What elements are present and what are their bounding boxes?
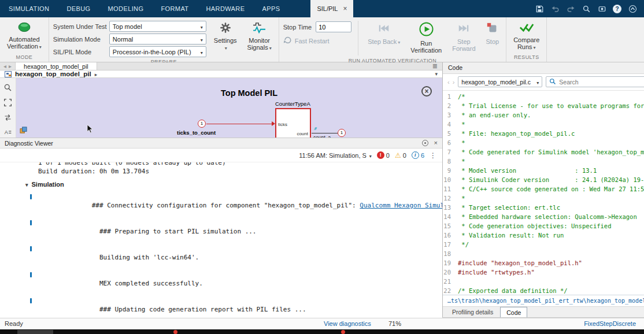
prepare-row-dropdown[interactable]: Processor-in-the-Loop (PIL) [109,46,206,57]
code-line: 15 * Code generation objectives: Unspeci… [443,221,644,231]
swap-arrows-icon[interactable] [3,113,13,123]
search-input[interactable] [559,79,644,86]
log-text: ### Preparing to start PIL simulation ..… [99,228,257,235]
toolstrip-tab[interactable]: SIMULATION [0,0,58,17]
step-forward-button[interactable]: StepForward [449,20,478,54]
automated-verification-button[interactable]: AutomatedVerification [4,20,45,52]
model-canvas[interactable]: Top Model PIL × 1 ticks_to_count Counter… [16,78,442,138]
collapse-ribbon-icon[interactable] [628,4,637,13]
run-selector-dropdown[interactable]: 11:56 AM: Simulation, S [299,152,372,159]
document-tab-label: hexagon_top_model_pil [24,63,88,70]
more-options-icon[interactable] [430,151,436,159]
error-badge[interactable]: 0 [377,151,390,159]
document-tab[interactable]: hexagon_top_model_pil [15,62,97,70]
undo-icon[interactable] [550,4,560,13]
outport-block[interactable]: 1 [338,129,346,137]
code-forward-icon[interactable]: › [453,79,455,86]
toolstrip-tab[interactable]: DEBUG [58,0,99,17]
line-number: 13 [443,203,458,212]
fast-restart-toggle[interactable]: Fast Restart [283,36,352,46]
breadcrumb-dropdown-icon[interactable]: ▾ [435,71,438,77]
compare-runs-button[interactable]: CompareRuns [510,20,542,53]
close-icon[interactable]: × [434,140,438,146]
toolstrip-tab[interactable]: MODELING [99,0,153,17]
fit-view-icon[interactable] [3,98,13,107]
solver-link[interactable]: FixedStepDiscrete [584,320,636,327]
monitor-signals-button[interactable]: MonitorSignals [245,20,275,53]
tab-sil-pil[interactable]: SIL/PIL × [310,0,353,17]
chevron-down-icon [201,36,203,43]
info-badge[interactable]: 6 [412,151,424,159]
view-diagnostics-link[interactable]: View diagnostics [324,320,371,327]
prepare-row-dropdown[interactable]: Normal [109,34,206,44]
code-back-icon[interactable]: ‹ [447,79,450,86]
help-icon[interactable]: ? [613,5,621,13]
prepare-row-label: Simulation Mode [53,36,105,43]
line-text: * [458,194,465,203]
line-number: 7 [443,147,458,157]
log-text: ### Updating code generation report with… [99,306,306,313]
signal-line[interactable] [206,124,272,124]
info-count: 6 [421,152,424,159]
viewport-badge-icon[interactable] [20,127,27,135]
code-line: 1 /* [443,92,644,101]
error-icon [377,151,384,159]
diagnostic-log[interactable]: 1 of 1 models built (0 models already up… [0,162,442,334]
code-line: 17 */ [443,240,644,249]
monitor-signals-icon [253,22,267,35]
run-verification-button[interactable]: RunVerification [408,20,445,56]
tab-code[interactable]: Code [500,307,527,317]
code-nav-bar: ‹ › hexagon_top_model_pil.c [443,74,644,91]
canvas-tool-strip: A [0,78,16,138]
tab-list-icon[interactable]: ≣ [428,62,442,70]
line-text: * [458,120,465,129]
nav-forward-icon[interactable]: ▸ [9,63,12,69]
line-number: 5 [443,129,458,138]
nav-back-icon[interactable]: ◂ [3,63,6,69]
tab-profiling-details[interactable]: Profiling details [446,307,499,317]
toolstrip-tab-bar: SIMULATIONDEBUGMODELINGFORMATHARDWAREAPP… [0,0,644,17]
warning-badge[interactable]: 0 [395,152,406,159]
search-icon[interactable] [582,4,591,13]
line-number: 21 [443,277,458,286]
code-editor[interactable]: 1 /* 2 * Trial License - for use to eval… [443,91,644,295]
stop-button[interactable]: Stop [483,20,502,47]
canvas-close-icon[interactable]: × [421,86,432,97]
close-icon[interactable]: × [343,5,347,12]
tab-sil-pil-label: SIL/PIL [317,5,338,12]
zoom-icon[interactable] [3,83,13,92]
code-line: 2 * Trial License - for use to evaluate … [443,101,644,110]
taskbar-sliver [0,329,644,334]
settings-button[interactable]: Settings [211,20,240,53]
undock-icon[interactable] [422,140,428,146]
code-search-box[interactable] [546,76,644,87]
hexagon-simulator-link[interactable]: Qualcomm Hexagon Simulator(Hexagon Simul… [360,202,442,209]
breadcrumb-item[interactable]: hexagon_top_model_pil [15,70,91,77]
document-tab-bar: ◂ ▸ hexagon_top_model_pil ≣ [0,62,442,70]
warning-count: 0 [403,152,406,159]
step-back-button[interactable]: Step Back [365,20,403,47]
prepare-row: System Under Test Top model [53,21,206,32]
line-text: * Embedded hardware selection: Qualcomm-… [458,212,637,221]
toolstrip-tab[interactable]: APPS [253,0,288,17]
stop-time-input[interactable] [316,21,351,32]
line-text: * Validation result: Not run [458,231,564,240]
counter-block[interactable]: ticks count [275,108,311,138]
toolstrip-tab[interactable]: HARDWARE [197,0,253,17]
redo-icon[interactable] [566,4,575,13]
line-text: * Target selection: ert.tlc [458,203,560,212]
annotation-icon[interactable]: A [3,128,13,138]
code-line: 6 * [443,138,644,147]
prepare-row-dropdown[interactable]: Top model [109,21,206,32]
toolstrip-tab[interactable]: FORMAT [152,0,197,17]
code-line: 13 * Target selection: ert.tlc [443,203,644,212]
output-signal-line[interactable] [312,133,338,133]
save-icon[interactable] [535,4,544,13]
log-section-header[interactable]: Simulation [5,181,442,188]
code-file-path[interactable]: …ts\trash\hexagon_top_model_pil_ert_rtw\… [443,295,644,306]
run-selector-value: 11:56 AM: Simulation, S [299,152,367,159]
file-selector-dropdown[interactable]: hexagon_top_model_pil.c [458,76,542,87]
inport-block[interactable]: 1 [198,120,206,128]
capture-icon[interactable] [597,4,606,13]
line-text: #include "rtwtypes.h" [458,268,535,277]
